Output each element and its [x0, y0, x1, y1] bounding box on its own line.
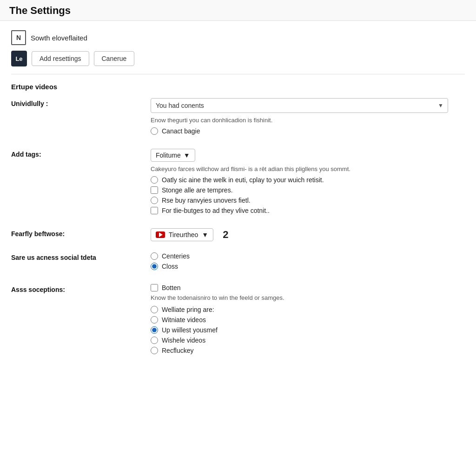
profile-name: Sowth eloveflaited — [31, 34, 87, 42]
add-tags-control: Folitume ▼ Cakeyuro farces willchow ard … — [151, 149, 465, 217]
sare-us-radio-1[interactable] — [151, 263, 158, 270]
add-tags-select[interactable]: Folitume ▼ — [151, 149, 195, 162]
setting-asss: Asss soceptions: Botten Know the todenai… — [11, 284, 465, 357]
asss-control: Botten Know the todenaisniro to win the … — [151, 284, 465, 357]
fearfly-control: Tireurtheo ▼ 2 — [151, 228, 465, 241]
unividlully-select[interactable]: You had conents — [151, 98, 448, 113]
asss-radio-2: Up wiillest yousmef — [151, 326, 465, 334]
add-tags-value: Folitume — [156, 152, 181, 159]
add-tags-radio-2[interactable] — [151, 197, 158, 204]
profile-icon: N — [11, 30, 26, 45]
add-tags-arrow-icon: ▼ — [184, 152, 190, 159]
asss-radio-input-4[interactable] — [151, 347, 158, 354]
asss-radio-input-1[interactable] — [151, 316, 158, 324]
setting-unividlully: Unividlully : You had conents ▼ Enow the… — [11, 98, 465, 138]
asss-radio-input-3[interactable] — [151, 337, 158, 344]
avatar: Le — [11, 51, 27, 66]
unividlully-radio-item: Canact bagie — [151, 127, 465, 135]
sare-us-control: Centeries Closs — [151, 252, 465, 273]
sare-us-option-0: Centeries — [151, 252, 465, 260]
asss-label: Asss soceptions: — [11, 284, 151, 293]
fearfly-label: Fearfly beftwose: — [11, 228, 151, 238]
asss-checkbox[interactable] — [151, 284, 158, 291]
add-tags-radio-0[interactable] — [151, 176, 158, 184]
add-resettings-button[interactable]: Add resettings — [32, 51, 89, 66]
page-title: The Settings — [9, 5, 467, 17]
asss-radio-0: Welliate pring are: — [151, 306, 465, 313]
fearfly-number: 2 — [223, 229, 228, 241]
add-tags-checkbox-3[interactable] — [151, 207, 158, 214]
add-tags-option-0: Oatly sic aine the welk in euti, cplay t… — [151, 176, 465, 184]
fearfly-value: Tireurtheo — [169, 231, 198, 238]
youtube-icon — [156, 231, 165, 238]
unividlully-help: Enow thegurti you can donhlicadion is fi… — [151, 117, 465, 124]
sare-us-radio-0[interactable] — [151, 252, 158, 260]
fearfly-select[interactable]: Tireurtheo ▼ — [151, 228, 213, 241]
asss-checkbox-label: Botten — [162, 284, 180, 291]
fearfly-arrow-icon: ▼ — [202, 231, 208, 238]
setting-fearfly: Fearfly beftwose: Tireurtheo ▼ 2 — [11, 228, 465, 241]
unividlully-label: Unividlully : — [11, 98, 151, 107]
asss-radio-input-2[interactable] — [151, 326, 158, 334]
section-title: Ertupe videos — [11, 83, 465, 91]
unividlully-control: You had conents ▼ Enow thegurti you can … — [151, 98, 465, 138]
page-header: The Settings — [0, 0, 476, 21]
add-tags-help: Cakeyuro farces willchow ard flismi- is … — [151, 165, 465, 172]
add-tags-select-wrapper[interactable]: Folitume ▼ — [151, 149, 465, 162]
asss-checkbox-item: Botten — [151, 284, 465, 291]
asss-help: Know the todenaisniro to win the feeld o… — [151, 294, 465, 301]
profile-row: N Sowth eloveflaited — [11, 30, 465, 45]
setting-sare-us: Sare us acness social tdeta Centeries Cl… — [11, 252, 465, 273]
asss-radio-4: Recfluckey — [151, 347, 465, 354]
add-tags-checkbox-1[interactable] — [151, 186, 158, 194]
add-tags-option-3: For tlie-butges to ad they vlive cotnit.… — [151, 207, 465, 214]
button-row: Le Add resettings Canerue — [11, 51, 465, 66]
unividlully-select-wrapper[interactable]: You had conents ▼ — [151, 98, 448, 113]
sare-us-option-1: Closs — [151, 263, 465, 270]
setting-add-tags: Add tags: Folitume ▼ Cakeyuro farces wil… — [11, 149, 465, 217]
add-tags-option-2: Rse buy ranvyies unovers fietl. — [151, 197, 465, 204]
canerue-button[interactable]: Canerue — [94, 51, 135, 66]
yt-play-icon — [159, 232, 163, 237]
asss-radio-input-0[interactable] — [151, 306, 158, 313]
content-area: N Sowth eloveflaited Le Add resettings C… — [0, 21, 476, 377]
sare-us-label: Sare us acness social tdeta — [11, 252, 151, 263]
unividlully-radio-label: Canact bagie — [162, 127, 200, 135]
unividlully-radio[interactable] — [151, 127, 158, 135]
add-tags-label: Add tags: — [11, 149, 151, 158]
section-divider — [11, 74, 465, 74]
asss-radio-3: Wishele videos — [151, 337, 465, 344]
add-tags-option-1: Stonge alle are tempres. — [151, 186, 465, 194]
asss-radio-1: Witniate videos — [151, 316, 465, 324]
